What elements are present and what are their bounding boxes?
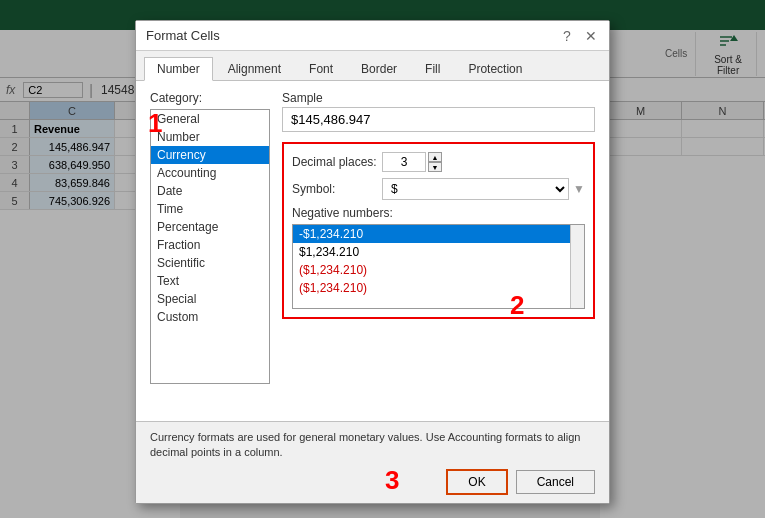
footer-description: Currency formats are used for general mo… xyxy=(150,430,595,461)
cat-scientific[interactable]: Scientific xyxy=(151,254,269,272)
help-button[interactable]: ? xyxy=(559,28,575,44)
annotation-1: 1 xyxy=(148,108,162,139)
cat-custom[interactable]: Custom xyxy=(151,308,269,326)
dialog-title: Format Cells xyxy=(146,28,220,43)
decimal-places-input[interactable] xyxy=(382,152,426,172)
symbol-label: Symbol: xyxy=(292,182,382,196)
cat-currency[interactable]: Currency xyxy=(151,146,269,164)
decimal-places-label: Decimal places: xyxy=(292,155,382,169)
tab-protection[interactable]: Protection xyxy=(455,57,535,80)
annotation-3: 3 xyxy=(385,465,399,496)
dialog-tabs: Number Alignment Font Border Fill Protec… xyxy=(136,51,609,81)
options-section: Decimal places: ▲ ▼ Symbol: xyxy=(282,142,595,319)
sample-value: $145,486.947 xyxy=(291,112,371,127)
neg-option-1[interactable]: -$1,234.210 xyxy=(293,225,584,243)
cat-general[interactable]: General xyxy=(151,110,269,128)
tab-font[interactable]: Font xyxy=(296,57,346,80)
category-list[interactable]: General Number Currency Accounting Date … xyxy=(150,109,270,384)
content-row: Category: General Number Currency Accoun… xyxy=(150,91,595,384)
cat-date[interactable]: Date xyxy=(151,182,269,200)
sample-label: Sample xyxy=(282,91,595,105)
cat-number[interactable]: Number xyxy=(151,128,269,146)
symbol-select[interactable]: $ € £ xyxy=(382,178,569,200)
sample-box: $145,486.947 xyxy=(282,107,595,132)
decimal-places-control: ▲ ▼ xyxy=(382,152,442,172)
neg-option-2[interactable]: $1,234.210 xyxy=(293,243,584,261)
symbol-dropdown-icon: ▼ xyxy=(573,182,585,196)
format-cells-dialog: Format Cells ? ✕ Number Alignment Font B… xyxy=(135,20,610,504)
dialog-body: Category: General Number Currency Accoun… xyxy=(136,81,609,421)
dialog-controls: ? ✕ xyxy=(559,28,599,44)
neg-option-3[interactable]: ($1,234.210) xyxy=(293,261,584,279)
negative-numbers-list[interactable]: -$1,234.210 $1,234.210 ($1,234.210) ($1,… xyxy=(292,224,585,309)
tab-border[interactable]: Border xyxy=(348,57,410,80)
spin-up-button[interactable]: ▲ xyxy=(428,152,442,162)
ok-button[interactable]: OK xyxy=(446,469,507,495)
spin-down-button[interactable]: ▼ xyxy=(428,162,442,172)
tab-alignment[interactable]: Alignment xyxy=(215,57,294,80)
tab-number[interactable]: Number xyxy=(144,57,213,81)
symbol-row: Symbol: $ € £ ▼ xyxy=(292,178,585,200)
cat-fraction[interactable]: Fraction xyxy=(151,236,269,254)
cat-special[interactable]: Special xyxy=(151,290,269,308)
cat-accounting[interactable]: Accounting xyxy=(151,164,269,182)
options-panel: Sample $145,486.947 Decimal places: ▲ ▼ xyxy=(282,91,595,384)
dialog-titlebar: Format Cells ? ✕ xyxy=(136,21,609,51)
footer-buttons: OK Cancel xyxy=(150,469,595,495)
neg-list-scrollbar[interactable] xyxy=(570,225,584,308)
cat-percentage[interactable]: Percentage xyxy=(151,218,269,236)
close-button[interactable]: ✕ xyxy=(583,28,599,44)
annotation-2: 2 xyxy=(510,290,524,321)
category-label: Category: xyxy=(150,91,270,105)
decimal-places-row: Decimal places: ▲ ▼ xyxy=(292,152,585,172)
dialog-footer: Currency formats are used for general mo… xyxy=(136,421,609,503)
decimal-places-spinner: ▲ ▼ xyxy=(428,152,442,172)
cancel-button[interactable]: Cancel xyxy=(516,470,595,494)
tab-fill[interactable]: Fill xyxy=(412,57,453,80)
neg-option-4[interactable]: ($1,234.210) xyxy=(293,279,584,297)
cat-time[interactable]: Time xyxy=(151,200,269,218)
cat-text[interactable]: Text xyxy=(151,272,269,290)
category-panel: Category: General Number Currency Accoun… xyxy=(150,91,270,384)
negative-numbers-label: Negative numbers: xyxy=(292,206,585,220)
